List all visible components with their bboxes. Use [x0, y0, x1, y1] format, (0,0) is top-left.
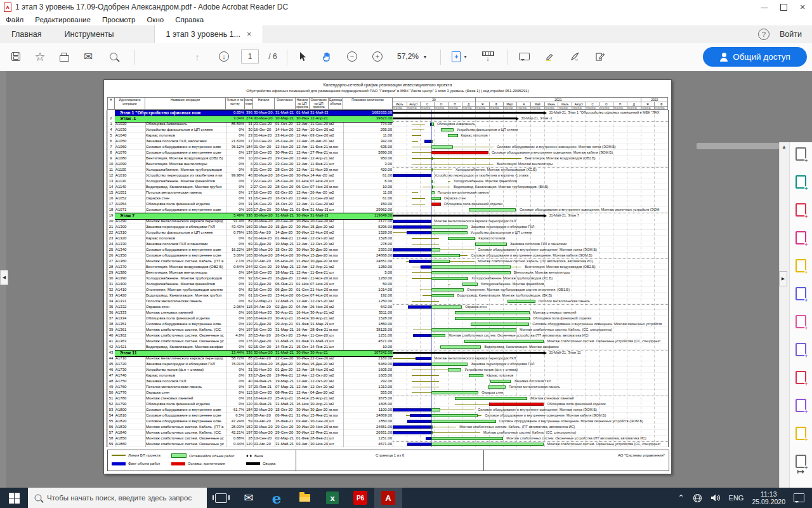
gantt-bar-remaining	[441, 128, 454, 131]
zoom-level-dropdown[interactable]: 57,2%▾	[392, 47, 431, 66]
cell-cp_finish: 30-Сен-20	[310, 418, 328, 424]
language-indicator[interactable]: ENG	[729, 494, 744, 502]
notifications-icon[interactable]	[794, 493, 804, 502]
navigation-pane-toggle[interactable]: ◀	[0, 270, 8, 285]
cell-cp_finish: 18-Ноя-20	[310, 367, 328, 373]
protect-icon[interactable]	[794, 343, 807, 356]
page-fit-dropdown[interactable]: +▾	[445, 47, 473, 66]
gantt-bar-baseline	[412, 381, 439, 382]
edit-pdf-icon[interactable]	[794, 315, 807, 328]
cell-start: 08-Авг-20	[254, 413, 274, 418]
sign-in-link[interactable]: Войти	[780, 30, 802, 39]
cell-cp_finish: 22-Сен-20	[310, 356, 328, 361]
vertical-scrollbar[interactable]	[779, 142, 790, 508]
hand-tool-icon[interactable]	[316, 47, 337, 66]
table-row: 16A1052Окраска стен0%3116-Сен-2016-Окт-2…	[104, 196, 668, 201]
tray-chevron-icon[interactable]: ⌃	[678, 493, 684, 502]
search-icon[interactable]	[103, 47, 124, 66]
clock[interactable]: 11:1325.09.2020	[752, 490, 785, 505]
cell-qty: 2183.00	[344, 356, 392, 361]
cell-num: 9	[108, 156, 114, 161]
gantt-label: Холодоснабжение. Монтаж трубопроводов (Х…	[455, 167, 537, 173]
compress-pdf-icon[interactable]	[794, 371, 807, 384]
cell-finish: 15-Окт-20	[275, 407, 295, 413]
print-icon[interactable]	[53, 47, 75, 66]
cell-name: Монтаж слаботочных систем. Оконечные ус	[146, 333, 225, 338]
expand-tools-icon[interactable]: ↦	[794, 465, 807, 478]
gantt-bar-actual	[393, 248, 431, 251]
file-explorer-icon[interactable]	[291, 488, 318, 508]
cell-cp_start: 30-Июн-	[296, 430, 309, 436]
restore-button[interactable]	[774, 1, 793, 13]
tab-tools[interactable]: Инструменты	[53, 25, 126, 43]
menu-item-4[interactable]: Справка	[169, 16, 209, 23]
network-icon[interactable]	[693, 493, 702, 503]
cell-name: Водопровод, Канализация. Монтаж санфая	[146, 344, 225, 350]
p6-icon[interactable]: P6	[346, 488, 374, 508]
menu-item-1[interactable]: Редактирование	[29, 16, 96, 23]
mail-icon[interactable]: ✉	[235, 488, 263, 508]
table-row: 28A1370Вентиляция. Монтаж воздуховодов (…	[104, 264, 668, 270]
tab-close-icon[interactable]: ×	[247, 30, 251, 39]
save-icon[interactable]	[5, 47, 27, 66]
cell-num: 49	[108, 384, 114, 390]
horizontal-scrollbar-thumb[interactable]	[697, 143, 779, 149]
fill-sign-tool-icon[interactable]	[589, 47, 612, 66]
create-pdf-icon[interactable]	[794, 175, 807, 188]
cell-start: 16-Сен-20	[254, 276, 274, 281]
menu-item-2[interactable]: Просмотр	[96, 16, 141, 23]
help-icon[interactable]: ?	[758, 29, 769, 40]
comment-icon[interactable]	[794, 259, 807, 272]
task-view-button[interactable]	[207, 488, 235, 508]
previous-page-icon[interactable]: ↑	[188, 47, 207, 66]
taskbar: Чтобы начать поиск, введите здесь запрос…	[0, 488, 812, 508]
combine-files-icon[interactable]	[794, 203, 807, 216]
highlight-tool-icon[interactable]	[538, 47, 561, 66]
scroll-up-arrow[interactable]: ▲	[779, 143, 789, 150]
close-button[interactable]: ✕	[793, 1, 812, 13]
taskbar-search-input[interactable]: Чтобы начать поиск, введите здесь запрос	[28, 488, 207, 508]
cell-unit: м2	[329, 190, 343, 196]
sign-tool-icon[interactable]	[563, 47, 586, 66]
organize-pages-icon[interactable]	[794, 231, 807, 244]
fill-sign-icon[interactable]	[794, 399, 807, 411]
tab-home[interactable]: Главная	[0, 25, 53, 43]
zoom-in-icon[interactable]: +	[367, 47, 388, 66]
export-pdf-icon[interactable]	[794, 287, 807, 300]
page-number-input[interactable]: 1	[240, 47, 260, 66]
star-icon[interactable]: ☆	[29, 47, 51, 66]
search-tools-icon[interactable]	[794, 147, 807, 160]
scrolling-mode-icon[interactable]: ↓	[477, 47, 499, 66]
cell-qty: 192.00	[344, 293, 392, 298]
cell-qty: 5296.00	[344, 224, 392, 230]
minimize-button[interactable]: —	[755, 1, 774, 13]
timeline-month: А	[516, 102, 530, 106]
send-for-comments-icon[interactable]	[794, 427, 807, 439]
cell-pct: 0%	[226, 127, 244, 133]
cell-finish: 16-Дек-20	[275, 276, 295, 281]
excel-icon[interactable]: x	[318, 488, 346, 508]
gantt-label: Монтаж металлического каркаса перегородо…	[435, 356, 516, 361]
email-icon[interactable]: ✉	[77, 47, 99, 66]
comment-tool-icon[interactable]	[513, 47, 535, 66]
zoom-out-icon[interactable]: −	[341, 47, 363, 66]
menu-item-3[interactable]: Окно	[141, 16, 169, 23]
gantt-label: Монтаж слаботочных систем. Оконечные уст…	[547, 441, 660, 447]
start-button[interactable]	[0, 488, 28, 508]
select-tool-icon[interactable]	[292, 47, 313, 66]
edge-icon[interactable]: e	[263, 488, 291, 508]
cell-cp_finish: 11-Сен-20	[310, 333, 328, 338]
tab-document[interactable]: 1 этап 3 уровень 1... ×	[154, 25, 264, 43]
timeline-month: С	[586, 102, 599, 106]
volume-icon[interactable]	[710, 493, 721, 502]
cell-finish: 15-Дек-20	[275, 224, 295, 230]
cell-pct: 36.12%	[226, 144, 244, 150]
share-button[interactable]: Общий доступ	[703, 47, 807, 67]
cell-unit: м2	[329, 310, 343, 316]
next-page-icon[interactable]: ↓	[214, 47, 233, 66]
cell-unit: м2	[329, 367, 343, 373]
cell-pct: 85.59%	[226, 121, 244, 127]
tools-pane-toggle[interactable]: ▶	[779, 271, 787, 286]
menu-item-0[interactable]: Файл	[0, 16, 29, 23]
acrobat-icon[interactable]: A	[374, 488, 402, 508]
